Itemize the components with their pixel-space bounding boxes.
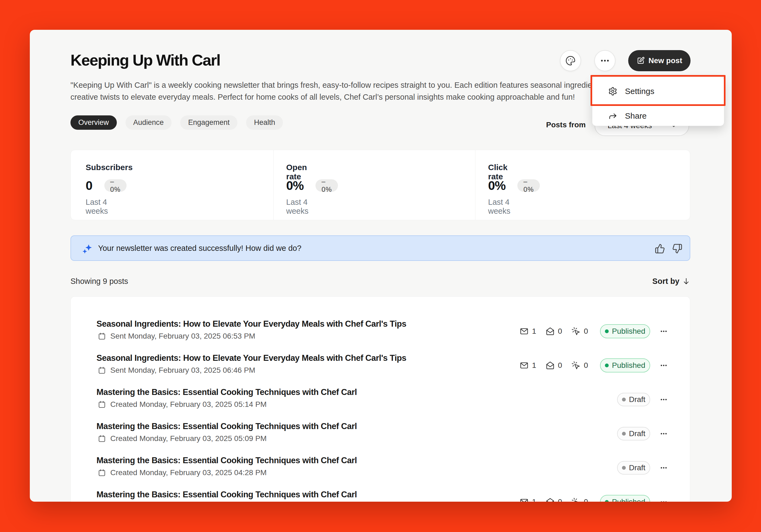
stats-summary-card: Subscribers 0 – 0% Last 4 weeks Open rat…	[71, 150, 690, 220]
post-title: Mastering the Basics: Essential Cooking …	[96, 489, 357, 500]
stats-divider	[475, 150, 475, 220]
calendar-icon	[98, 435, 106, 443]
tab-health[interactable]: Health	[246, 115, 283, 130]
calendar-icon	[98, 400, 106, 408]
post-row[interactable]: Mastering the Basics: Essential Cooking …	[71, 421, 690, 455]
arrow-down-icon	[682, 277, 690, 285]
tab-overview[interactable]: Overview	[71, 115, 117, 130]
edit-icon	[637, 57, 645, 65]
post-menu-button[interactable]	[659, 362, 668, 369]
post-title: Seasonal Ingredients: How to Elevate You…	[96, 318, 406, 330]
mail-sent-icon	[519, 497, 529, 502]
mail-open-icon	[546, 327, 555, 336]
post-menu-button[interactable]	[659, 498, 668, 502]
dashboard-tabs: Overview Audience Engagement Health	[71, 115, 283, 130]
sparkle-icon	[82, 243, 93, 254]
open-count: 0	[558, 327, 562, 336]
status-dot	[605, 329, 609, 333]
post-date: Sent Monday, February 03, 2025 06:46 PM	[98, 365, 255, 375]
click-icon	[571, 327, 580, 336]
menu-item-share[interactable]: Share	[592, 105, 724, 126]
status-dot	[605, 500, 609, 502]
post-title: Mastering the Basics: Essential Cooking …	[96, 387, 357, 398]
newsletter-description: "Keeping Up With Carl" is a weekly cooki…	[71, 79, 618, 103]
post-menu-button[interactable]	[659, 430, 668, 438]
calendar-icon	[98, 469, 106, 477]
stat-delta-badge: – 0%	[517, 179, 540, 192]
post-row[interactable]: Mastering the Basics: Essential Cooking …	[71, 455, 690, 490]
stat-period: Last 4 weeks	[86, 198, 108, 216]
post-date: Sent Monday, February 03, 2025 06:53 PM	[98, 331, 255, 341]
open-count: 0	[558, 498, 562, 502]
sent-count: 1	[532, 361, 536, 370]
stat-delta-badge: – 0%	[316, 179, 338, 192]
posts-list-header: Showing 9 posts Sort by	[71, 275, 690, 287]
post-title: Mastering the Basics: Essential Cooking …	[96, 421, 357, 432]
post-date: Created Monday, February 03, 2025 05:09 …	[98, 434, 267, 444]
sort-by-control[interactable]: Sort by	[652, 277, 690, 286]
tab-engagement[interactable]: Engagement	[180, 115, 237, 130]
calendar-icon	[98, 332, 106, 340]
new-post-label: New post	[649, 56, 682, 65]
click-count: 0	[584, 498, 588, 502]
ellipsis-icon	[600, 56, 610, 66]
post-date: Created Monday, February 03, 2025 05:14 …	[98, 399, 267, 409]
status-dot	[622, 398, 626, 401]
menu-item-settings[interactable]: Settings	[592, 77, 724, 105]
post-date: Created Monday, February 03, 2025 04:28 …	[98, 468, 267, 478]
post-row[interactable]: Mastering the Basics: Essential Cooking …	[71, 490, 690, 502]
tab-audience[interactable]: Audience	[126, 115, 172, 130]
click-icon	[571, 497, 580, 502]
mail-open-icon	[546, 497, 555, 502]
stat-period: Last 4 weeks	[488, 198, 510, 216]
page-title: Keeping Up With Carl	[71, 51, 220, 69]
post-title: Mastering the Basics: Essential Cooking …	[96, 455, 357, 466]
banner-message: Your newsletter was created successfully…	[98, 236, 301, 260]
post-row[interactable]: Seasonal Ingredients: How to Elevate You…	[71, 353, 690, 387]
status-dot	[605, 363, 609, 367]
status-badge: Published	[600, 495, 650, 502]
status-dot	[622, 432, 626, 436]
sort-by-label: Sort by	[652, 277, 679, 286]
status-badge: Published	[600, 358, 650, 372]
posts-list-card: Seasonal Ingredients: How to Elevate You…	[71, 296, 690, 502]
post-metrics: 1 0 0	[519, 327, 588, 336]
menu-item-label: Share	[625, 111, 647, 121]
menu-item-label: Settings	[625, 87, 654, 96]
click-count: 0	[584, 327, 588, 336]
thumbs-up-icon[interactable]	[655, 243, 665, 254]
new-post-button[interactable]: New post	[628, 50, 690, 71]
calendar-icon	[98, 366, 106, 374]
stat-value: 0	[86, 178, 92, 193]
mail-open-icon	[546, 361, 555, 370]
status-badge: Draft	[617, 461, 650, 475]
newsletter-dashboard-panel: Keeping Up With Carl "Keeping Up With Ca…	[30, 30, 732, 502]
post-row[interactable]: Seasonal Ingredients: How to Elevate You…	[71, 319, 690, 353]
sent-count: 1	[532, 498, 536, 502]
post-menu-button[interactable]	[659, 328, 668, 335]
stat-value: 0%	[488, 178, 505, 193]
post-row[interactable]: Mastering the Basics: Essential Cooking …	[71, 387, 690, 421]
click-count: 0	[584, 361, 588, 370]
stats-divider	[273, 150, 274, 220]
share-icon	[608, 111, 617, 121]
status-badge: Draft	[617, 393, 650, 406]
post-metrics: 1 0 0	[519, 497, 588, 502]
post-menu-button[interactable]	[659, 396, 668, 403]
post-title: Seasonal Ingredients: How to Elevate You…	[96, 352, 406, 364]
post-menu-button[interactable]	[659, 464, 668, 472]
gear-icon	[608, 87, 617, 96]
theme-palette-button[interactable]	[560, 50, 581, 71]
stat-label: Subscribers	[86, 163, 133, 172]
mail-sent-icon	[519, 327, 529, 336]
thumbs-down-icon[interactable]	[672, 243, 682, 254]
more-options-button[interactable]	[594, 50, 615, 71]
showing-count: Showing 9 posts	[71, 277, 128, 286]
status-badge: Draft	[617, 427, 650, 441]
posts-from-label: Posts from	[546, 121, 586, 129]
post-metrics: 1 0 0	[519, 361, 588, 370]
mail-sent-icon	[519, 361, 529, 370]
stat-delta-badge: – 0%	[104, 179, 127, 192]
stat-value: 0%	[286, 178, 304, 193]
more-options-dropdown: Settings Share	[592, 77, 724, 126]
